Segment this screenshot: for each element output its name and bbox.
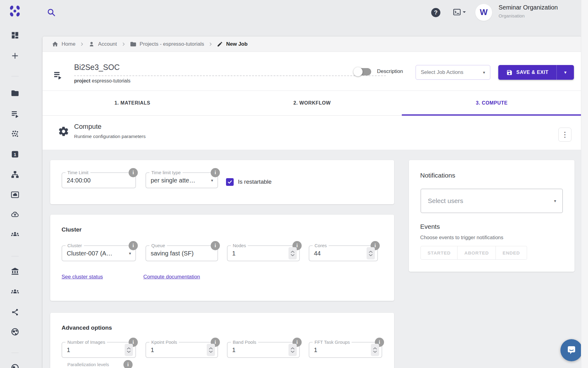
active-tab-indicator (402, 114, 582, 116)
cluster-select[interactable]: Cluster i Cluster-007 (A… ▾ (62, 245, 136, 261)
spinner-control[interactable] (288, 247, 297, 259)
main-card: Home Account Projects - espresso-tutoria… (43, 36, 582, 368)
user-name[interactable]: Seminar Organization (499, 4, 558, 11)
chevron-down-icon (291, 351, 295, 353)
cluster-panel-title: Cluster (62, 226, 81, 233)
job-title[interactable]: Bi2Se3_SOC (74, 63, 120, 72)
save-exit-button[interactable]: SAVE & EXIT (498, 65, 556, 80)
advanced-panel-title: Advanced options (62, 324, 112, 331)
chevron-down-icon (127, 351, 131, 353)
avatar[interactable]: W (475, 4, 492, 21)
add-icon[interactable] (10, 51, 20, 61)
time-limit-value[interactable]: 24:00:00 (67, 177, 91, 184)
projects-folder-icon[interactable] (10, 88, 20, 98)
materials-dots-icon[interactable] (10, 129, 20, 139)
fft-task-groups-value[interactable]: 1 (314, 347, 317, 354)
nodes-stepper[interactable]: Nodes i 1 (227, 245, 300, 261)
runtime-panel: Time Limit i 24:00:00 Time limit type i … (50, 160, 394, 204)
description-toggle[interactable] (355, 68, 371, 75)
compute-documentation-link[interactable]: Compute documentation (143, 274, 200, 280)
chevron-up-icon (291, 347, 295, 350)
chevron-down-icon[interactable]: ▾ (129, 251, 131, 256)
organization-bank-icon[interactable] (10, 266, 20, 276)
batch-one-icon[interactable]: 1 (10, 149, 20, 159)
save-menu-button[interactable]: ▾ (556, 65, 574, 80)
queue-value[interactable]: saving fast (SF) (151, 250, 194, 257)
cloud-upload-icon[interactable] (10, 210, 20, 220)
cluster-status-link[interactable]: See cluster status (62, 274, 103, 280)
spinner-control[interactable] (207, 344, 215, 356)
kpoint-pools-stepper[interactable]: Kpoint Pools i 1 (145, 342, 218, 358)
tab-workflow[interactable]: 2. WORKFLOW (222, 91, 402, 115)
spinner-control[interactable] (125, 344, 133, 356)
info-icon[interactable]: i (211, 168, 220, 177)
cores-stepper[interactable]: Cores i 44 (309, 245, 378, 261)
spinner-control[interactable] (288, 344, 297, 356)
section-menu-button[interactable]: ⋮ (558, 128, 571, 142)
event-ended-button[interactable]: ENDED (496, 246, 527, 260)
chevron-down-icon (369, 254, 373, 256)
queue-field[interactable]: Queue i saving fast (SF) (145, 245, 218, 261)
bottom-partial-globe-icon[interactable] (10, 363, 20, 368)
breadcrumb-home[interactable]: Home (52, 41, 75, 48)
event-started-button[interactable]: STARTED (420, 246, 458, 260)
time-limit-field[interactable]: Time Limit i 24:00:00 (62, 172, 136, 188)
band-pools-value[interactable]: 1 (232, 347, 236, 354)
dashboard-icon[interactable] (10, 30, 20, 40)
band-pools-stepper[interactable]: Band Pools i 1 (227, 342, 300, 358)
workflows-tree-icon[interactable] (10, 170, 20, 179)
select-users-dropdown[interactable]: Select users ▾ (420, 189, 563, 213)
time-limit-type-select[interactable]: Time limit type i per single atte… ▾ (145, 172, 218, 188)
event-aborted-button[interactable]: ABORTED (458, 246, 496, 260)
scrollbar-track[interactable] (581, 0, 588, 368)
share-icon[interactable] (10, 307, 20, 317)
breadcrumb-project[interactable]: Projects - espresso-tutorials (130, 41, 204, 48)
chat-bubble-icon (566, 345, 577, 356)
job-actions-select[interactable]: Select Job Actions ▾ (416, 65, 490, 80)
parallelization-levels-field[interactable]: Parallelization levels i (62, 364, 190, 368)
is-restartable-checkbox[interactable] (226, 178, 234, 186)
description-toggle-label: Description (377, 68, 403, 75)
chevron-down-icon (291, 254, 295, 256)
tab-materials[interactable]: 1. MATERIALS (43, 91, 222, 115)
sidebar-divider (11, 353, 19, 353)
chevron-down-icon (373, 351, 377, 353)
help-icon[interactable]: ? (431, 8, 440, 17)
search-icon[interactable] (47, 8, 56, 17)
nodes-label: Nodes (231, 243, 248, 248)
nodes-value[interactable]: 1 (232, 250, 236, 257)
team-icon[interactable] (10, 230, 20, 240)
time-limit-label: Time Limit (66, 170, 90, 175)
breadcrumb-new-job[interactable]: New Job (217, 41, 247, 47)
breadcrumb-account[interactable]: Account (88, 41, 117, 48)
info-icon[interactable]: i (123, 360, 133, 368)
select-users-placeholder: Select users (428, 197, 463, 205)
chat-fab-button[interactable] (560, 339, 582, 361)
cores-value[interactable]: 44 (314, 250, 321, 257)
media-image-icon[interactable] (10, 190, 20, 200)
number-of-images-stepper[interactable]: Number of Images i 1 (62, 342, 136, 358)
info-icon[interactable]: i (129, 241, 138, 250)
cluster-label: Cluster (66, 243, 84, 248)
spinner-control[interactable] (367, 247, 375, 259)
web-globe-icon[interactable] (10, 327, 20, 337)
mat3ra-logo-icon[interactable] (8, 5, 22, 17)
kpoint-pools-value[interactable]: 1 (151, 347, 154, 354)
tab-compute[interactable]: 3. COMPUTE (402, 91, 582, 115)
fft-task-groups-stepper[interactable]: FFT Task Groups i 1 (309, 342, 382, 358)
number-of-images-value[interactable]: 1 (67, 347, 70, 354)
info-icon[interactable]: i (211, 241, 220, 250)
spinner-control[interactable] (371, 344, 379, 356)
jobs-playlist-icon[interactable] (10, 109, 20, 119)
info-icon[interactable]: i (129, 168, 138, 177)
chevron-down-icon: ▾ (564, 70, 567, 75)
console-menu-icon[interactable] (453, 9, 466, 16)
chevron-right-icon (121, 42, 126, 46)
avatar-initial: W (480, 8, 488, 17)
sidebar-divider (11, 76, 19, 76)
chevron-down-icon[interactable]: ▾ (211, 178, 213, 183)
members-icon[interactable] (10, 287, 20, 297)
compute-content: Time Limit i 24:00:00 Time limit type i … (43, 150, 582, 368)
pencil-icon (217, 41, 223, 47)
job-list-play-icon[interactable] (53, 70, 63, 80)
